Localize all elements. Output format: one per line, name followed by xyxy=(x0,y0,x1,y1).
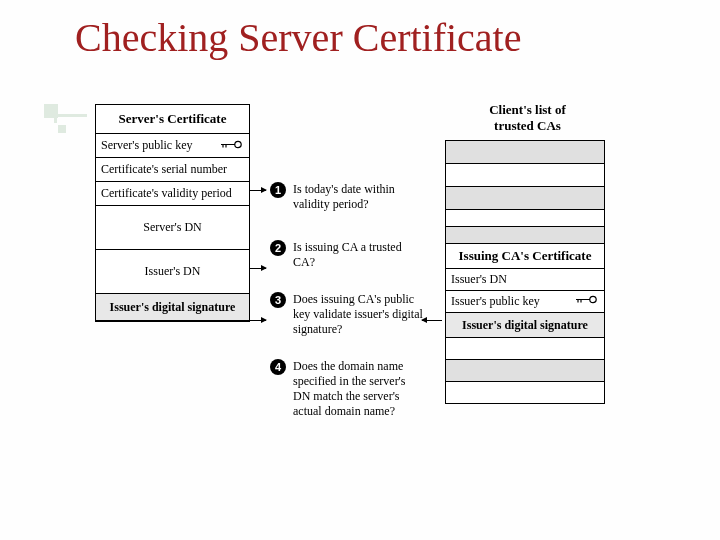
page-title: Checking Server Certificate xyxy=(75,14,521,61)
issuer-signature-row: Issuer's digital signature xyxy=(96,294,249,321)
verification-steps: 1 Is today's date within validity period… xyxy=(270,182,430,441)
ca-band xyxy=(445,226,605,244)
client-trusted-header: Client's list of trusted CAs xyxy=(475,102,580,133)
issuing-signature-row: Issuer's digital signature xyxy=(446,312,604,337)
server-public-key-row: Server's public key xyxy=(96,134,249,158)
step-1-num: 1 xyxy=(270,182,286,198)
cert-serial-row: Certificate's serial number xyxy=(96,158,249,182)
arrow-signature-to-step3 xyxy=(250,320,266,321)
ca-band xyxy=(445,163,605,187)
arrow-issuerdn-to-step2 xyxy=(250,268,266,269)
step-3-num: 3 xyxy=(270,292,286,308)
step-4-text: Does the domain name specified in the se… xyxy=(293,359,423,419)
step-3-text: Does issuing CA's public key validate is… xyxy=(293,292,423,337)
svg-point-0 xyxy=(235,141,241,147)
ca-band xyxy=(445,209,605,227)
svg-point-4 xyxy=(590,296,596,302)
step-3: 3 Does issuing CA's public key validate … xyxy=(270,292,430,337)
key-icon xyxy=(576,294,598,309)
ca-band xyxy=(445,360,605,382)
issuer-dn-row: Issuer's DN xyxy=(96,250,249,294)
issuing-public-key-label: Issuer's public key xyxy=(451,294,540,308)
server-dn-row: Server's DN xyxy=(96,206,249,250)
trusted-ca-stack: Issuing CA's Certificate Issuer's DN Iss… xyxy=(445,140,605,404)
issuing-issuer-dn-row: Issuer's DN xyxy=(446,268,604,290)
step-4-num: 4 xyxy=(270,359,286,375)
step-2-text: Is issuing CA a trusted CA? xyxy=(293,240,423,270)
issuing-ca-certificate-box: Issuing CA's Certificate Issuer's DN Iss… xyxy=(445,243,605,338)
server-public-key-label: Server's public key xyxy=(101,138,192,152)
decorative-corner xyxy=(44,104,80,140)
step-4: 4 Does the domain name specified in the … xyxy=(270,359,430,419)
server-certificate-box: Server's Certificate Server's public key… xyxy=(95,104,250,322)
step-2-num: 2 xyxy=(270,240,286,256)
ca-band xyxy=(445,338,605,360)
step-1: 1 Is today's date within validity period… xyxy=(270,182,430,212)
ca-band xyxy=(445,186,605,210)
step-1-text: Is today's date within validity period? xyxy=(293,182,423,212)
cert-validity-row: Certificate's validity period xyxy=(96,182,249,206)
issuing-public-key-row: Issuer's public key xyxy=(446,290,604,312)
step-2: 2 Is issuing CA a trusted CA? xyxy=(270,240,430,270)
ca-band xyxy=(445,140,605,164)
ca-band xyxy=(445,382,605,404)
issuing-ca-header: Issuing CA's Certificate xyxy=(446,244,604,268)
decorative-square xyxy=(58,125,66,133)
arrow-validity-to-step1 xyxy=(250,190,266,191)
server-cert-header: Server's Certificate xyxy=(96,105,249,134)
key-icon xyxy=(221,138,243,153)
arrow-issuing-to-step3 xyxy=(422,320,442,321)
